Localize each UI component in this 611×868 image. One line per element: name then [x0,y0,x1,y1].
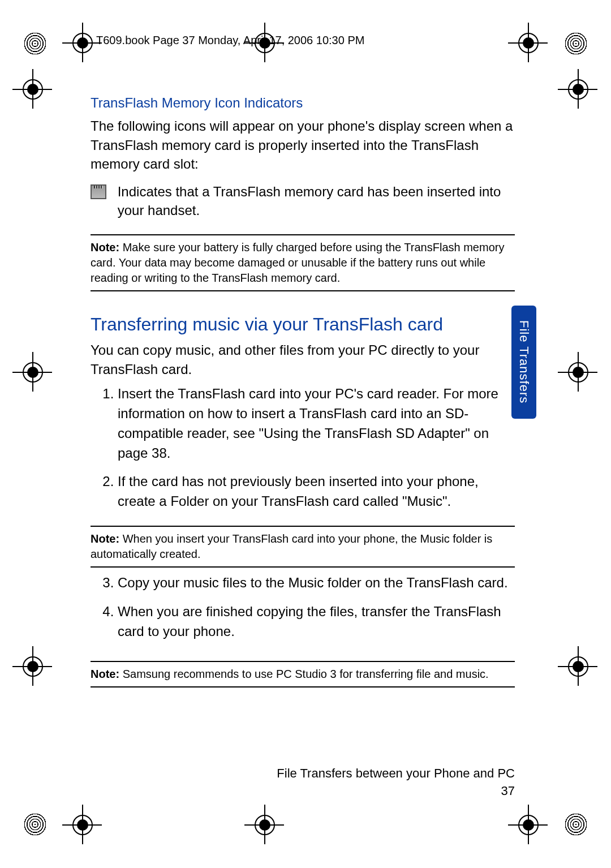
section-heading: Transferring music via your TransFlash c… [91,314,515,335]
crop-vertical-left [0,0,1,868]
step-item: If the card has not previously been inse… [118,472,515,512]
registration-spiral-icon [563,31,588,56]
footer-line: File Transfers between your Phone and PC [91,765,515,783]
crosshair-icon [568,79,588,100]
crosshair-icon [23,656,43,677]
step-item: When you are finished copying the files,… [118,602,515,642]
side-tab: File Transfers [511,306,536,419]
crosshair-icon [72,33,93,53]
crosshair-icon [23,362,43,383]
crosshair-icon [518,33,539,53]
steps-list: Copy your music files to the Music folde… [91,573,515,641]
note-block: Note: Make sure your battery is fully ch… [91,234,515,291]
registration-spiral-icon [23,31,48,56]
subsection-heading: TransFlash Memory Icon Indicators [91,95,515,111]
icon-description: Indicates that a TransFlash memory card … [118,182,515,220]
note-label: Note: [91,532,119,545]
step-item: Copy your music files to the Music folde… [118,573,515,593]
steps-list: Insert the TransFlash card into your PC'… [91,384,515,512]
document-header-line: T609.book Page 37 Monday, April 17, 2006… [96,34,515,47]
crosshair-icon [23,79,43,100]
crosshair-icon [568,362,588,383]
crosshair-icon [568,656,588,677]
section-intro: The following icons will appear on your … [91,117,515,174]
crosshair-icon [518,815,539,835]
note-text: When you insert your TransFlash card int… [91,532,492,560]
page-number: 37 [91,783,515,800]
note-label: Note: [91,668,119,680]
page-footer: File Transfers between your Phone and PC… [91,765,515,800]
step-item: Insert the TransFlash card into your PC'… [118,384,515,463]
crosshair-icon [72,815,93,835]
note-label: Note: [91,241,119,253]
note-text: Make sure your battery is fully charged … [91,241,504,284]
registration-spiral-icon [563,812,588,837]
section-intro: You can copy music, and other files from… [91,341,515,379]
note-block: Note: Samsung recommends to use PC Studi… [91,661,515,687]
note-text: Samsung recommends to use PC Studio 3 fo… [119,668,489,680]
registration-spiral-icon [23,812,48,837]
memory-card-icon [91,184,106,199]
note-block: Note: When you insert your TransFlash ca… [91,526,515,568]
